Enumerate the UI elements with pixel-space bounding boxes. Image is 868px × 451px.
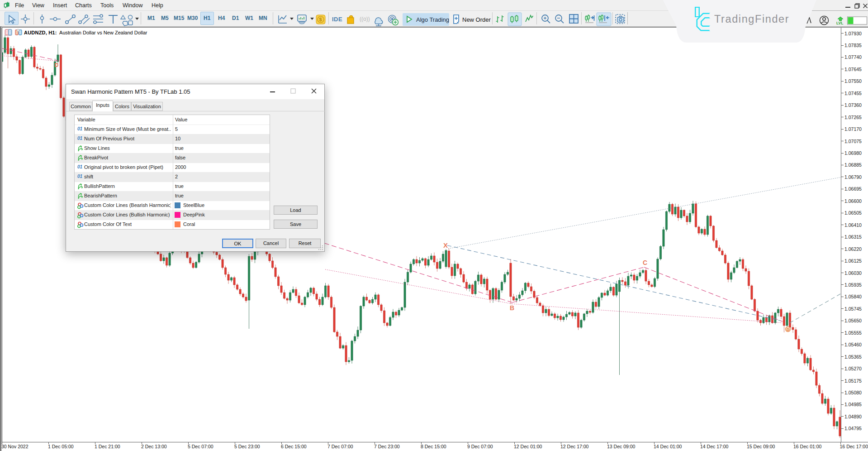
svg-text:B: B — [510, 304, 514, 312]
svg-text:D: D — [54, 62, 58, 68]
svg-text:Algo Trading: Algo Trading — [416, 16, 449, 23]
svg-text:D: D — [787, 327, 790, 332]
svg-text:LVL: LVL — [836, 21, 843, 25]
svg-text:IDE: IDE — [332, 16, 342, 23]
svg-text:X: X — [443, 241, 448, 249]
svg-text:$: $ — [319, 17, 322, 22]
svg-text:C: C — [643, 259, 647, 266]
svg-text:New Order: New Order — [462, 16, 491, 23]
svg-text:((o)): ((o)) — [360, 16, 370, 22]
